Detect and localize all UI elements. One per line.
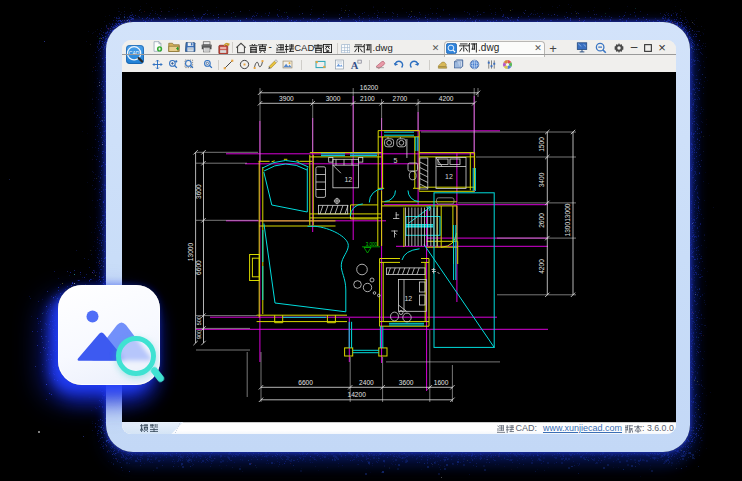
svg-text:130013000: 130013000 <box>564 203 571 236</box>
svg-text:3600: 3600 <box>195 184 202 199</box>
svg-text:2700: 2700 <box>393 95 408 102</box>
svg-text:4200: 4200 <box>439 95 454 102</box>
svg-text:13000: 13000 <box>187 243 194 262</box>
svg-text:900: 900 <box>196 330 202 339</box>
svg-text:16200: 16200 <box>360 84 379 91</box>
svg-text:12: 12 <box>445 173 453 180</box>
svg-text:3.000: 3.000 <box>366 242 378 247</box>
svg-text:2100: 2100 <box>360 95 375 102</box>
svg-text:6600: 6600 <box>298 379 313 386</box>
svg-text:14200: 14200 <box>348 391 367 398</box>
svg-text:12: 12 <box>344 176 352 183</box>
svg-text:500: 500 <box>196 316 202 325</box>
svg-text:1500: 1500 <box>538 137 545 152</box>
svg-text:2400: 2400 <box>359 379 374 386</box>
svg-text:3600: 3600 <box>399 379 414 386</box>
svg-text:6600: 6600 <box>195 260 202 275</box>
svg-text:1600: 1600 <box>434 379 449 386</box>
svg-text:4200: 4200 <box>538 259 545 274</box>
svg-text:3000: 3000 <box>326 95 341 102</box>
svg-text:3900: 3900 <box>279 95 294 102</box>
svg-text:2600: 2600 <box>538 213 545 228</box>
svg-text:12: 12 <box>404 295 412 302</box>
svg-text:3400: 3400 <box>538 172 545 187</box>
svg-text:5: 5 <box>394 157 398 164</box>
